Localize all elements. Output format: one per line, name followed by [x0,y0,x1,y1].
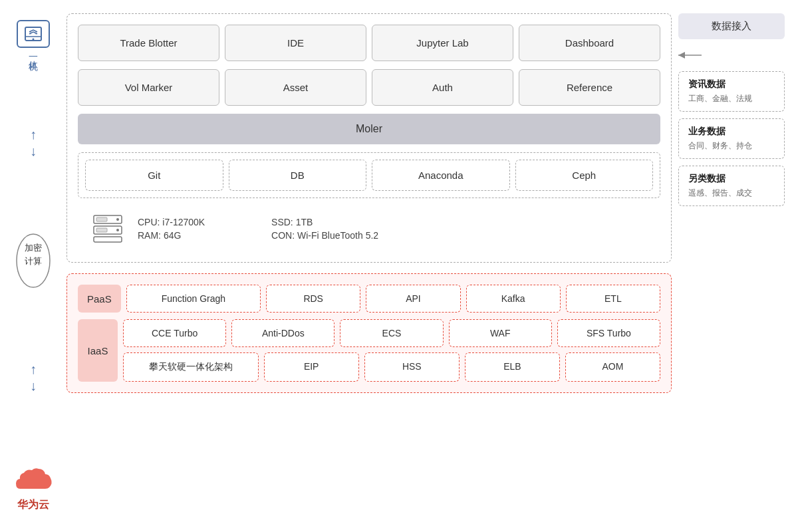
arrow-down: ↓ [30,144,37,159]
svc-eip[interactable]: EIP [264,352,359,382]
app-vol-marker[interactable]: Vol Marker [78,69,219,106]
svg-point-10 [116,229,119,231]
paas-services: Function Gragh RDS API Kafka ETL [126,285,660,313]
arrow-down-2: ↓ [30,378,37,394]
right-panel: 数据接入 资讯数据 工商、金融、法规 业务数据 合同、财务、持仓 另类数据 遥感… [678,13,785,519]
svc-elb[interactable]: ELB [465,352,560,382]
yewu-subtitle: 合同、财务、持仓 [688,140,775,152]
cloud-section: PaaS Function Gragh RDS API Kafka ETL Ia… [66,273,672,393]
zixun-subtitle: 工商、金融、法规 [688,93,775,104]
svc-qiangtian[interactable]: 攀天软硬一体化架构 [123,352,259,382]
zixun-title: 资讯数据 [688,78,775,90]
hardware-specs: CPU: i7-12700K SSD: 1TB RAM: 64G CON: Wi… [138,217,378,241]
yitiji-icon [17,20,50,48]
iaas-label: IaaS [78,319,118,382]
svg-point-2 [33,39,35,41]
svc-etl[interactable]: ETL [566,285,660,313]
svc-rds[interactable]: RDS [266,285,360,313]
svc-ecs[interactable]: ECS [340,319,443,347]
svg-marker-14 [678,52,685,59]
svg-point-9 [116,218,119,221]
svc-api[interactable]: API [366,285,460,313]
data-card-zixun: 资讯数据 工商、金融、法规 [678,71,785,112]
arrow-up: ↑ [30,127,37,142]
moler-bar[interactable]: Moler [78,114,660,144]
infra-git[interactable]: Git [85,160,223,191]
main-container: 一体机 ↑ ↓ 加密 计算 ↑ ↓ 华为云 [0,0,798,532]
paas-row: PaaS Function Gragh RDS API Kafka ETL [78,285,660,313]
app-jupyter[interactable]: Jupyter Lab [372,25,513,61]
data-title: 数据接入 [678,13,785,39]
left-sidebar: 一体机 ↑ ↓ 加密 计算 ↑ ↓ 华为云 [7,13,60,519]
ssd-spec: SSD: 1TB [271,217,378,227]
iaas-services-row2: 攀天软硬一体化架构 EIP HSS ELB AOM [123,352,660,382]
yitiji-section: Trade Blotter IDE Jupyter Lab Dashboard … [66,13,672,263]
jiami-item: 加密 计算 [13,231,53,291]
leilie-title: 另类数据 [688,173,775,185]
iaas-row: IaaS CCE Turbo Anti-DDos ECS WAF SFS Tur… [78,319,660,382]
app-ide[interactable]: IDE [225,25,366,61]
svc-waf[interactable]: WAF [449,319,552,347]
server-icon [91,213,124,245]
infra-ceph[interactable]: Ceph [515,160,654,191]
app-auth[interactable]: Auth [372,69,513,106]
arrow-up-2: ↑ [30,362,37,377]
svg-rect-11 [96,217,107,221]
leilie-subtitle: 遥感、报告、成交 [688,188,775,199]
app-row-1: Trade Blotter IDE Jupyter Lab Dashboard [78,25,660,61]
app-asset[interactable]: Asset [225,69,366,106]
paas-label: PaaS [78,285,121,313]
infra-row: Git DB Anaconda Ceph [78,152,660,198]
app-row-2: Vol Marker Asset Auth Reference [78,69,660,106]
svc-sfs-turbo[interactable]: SFS Turbo [557,319,660,347]
hardware-row: CPU: i7-12700K SSD: 1TB RAM: 64G CON: Wi… [78,206,660,251]
svg-text:加密: 加密 [25,243,42,253]
svc-function-gragh[interactable]: Function Gragh [126,285,261,313]
app-reference[interactable]: Reference [519,69,660,106]
iaas-services-row1: CCE Turbo Anti-DDos ECS WAF SFS Turbo [123,319,660,347]
arrow-connector: ↑ ↓ [30,127,37,159]
arrow-connector-2: ↑ ↓ [30,362,37,394]
data-card-leilie: 另类数据 遥感、报告、成交 [678,166,785,206]
svc-aom[interactable]: AOM [565,352,660,382]
huawei-item: 华为云 [13,465,53,512]
yewu-title: 业务数据 [688,126,775,138]
data-card-yewu: 业务数据 合同、财务、持仓 [678,118,785,159]
infra-anaconda[interactable]: Anaconda [372,160,510,191]
svg-rect-8 [94,237,122,242]
svc-hss[interactable]: HSS [364,352,460,382]
ram-spec: RAM: 64G [138,230,245,241]
svc-kafka[interactable]: Kafka [466,285,561,313]
infra-db[interactable]: DB [229,160,367,191]
svg-rect-12 [96,228,107,232]
svc-cce-turbo[interactable]: CCE Turbo [123,319,226,347]
cpu-spec: CPU: i7-12700K [138,217,245,227]
svg-text:计算: 计算 [25,256,42,266]
svc-anti-ddos[interactable]: Anti-DDos [231,319,334,347]
app-trade-blotter[interactable]: Trade Blotter [78,25,219,61]
con-spec: CON: Wi-Fi BlueTooth 5.2 [271,230,378,241]
app-dashboard[interactable]: Dashboard [519,25,660,61]
yitiji-label: 一体机 [27,52,39,56]
yitiji-item: 一体机 [17,20,50,56]
center-content: Trade Blotter IDE Jupyter Lab Dashboard … [60,13,678,519]
huawei-label: 华为云 [17,498,49,512]
